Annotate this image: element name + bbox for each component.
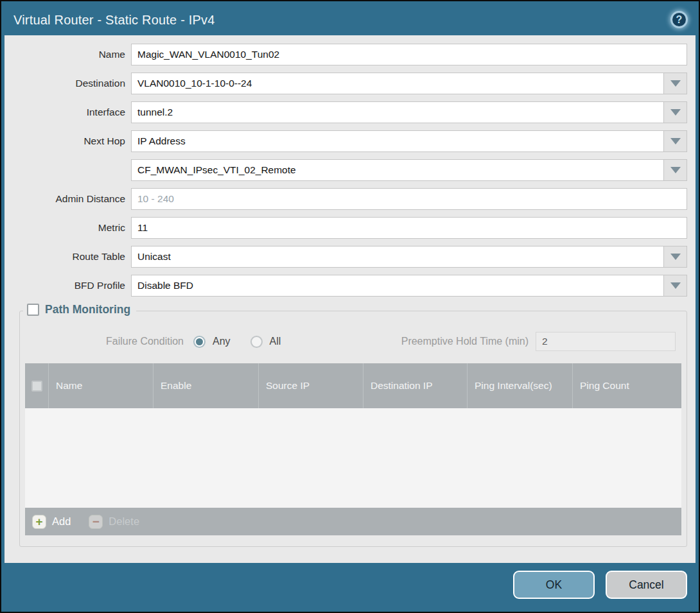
- row-bfd-profile: BFD Profile: [4, 275, 687, 297]
- path-monitoring-checkbox[interactable]: [27, 304, 39, 316]
- radio-all[interactable]: [250, 336, 263, 348]
- table-toolbar: + Add − Delete: [25, 508, 681, 535]
- chevron-down-icon: [670, 109, 681, 116]
- dialog-titlebar: Virtual Router - Static Route - IPv4 ?: [4, 4, 696, 35]
- failure-condition-row: Failure Condition Any All Preemptive Hol…: [25, 332, 681, 351]
- chevron-down-icon: [670, 80, 681, 87]
- failure-condition-all-option[interactable]: All: [250, 336, 281, 348]
- radio-all-label: All: [270, 336, 281, 347]
- radio-any-label: Any: [213, 336, 231, 347]
- column-header-ping-interval: Ping Interval(sec): [467, 363, 572, 408]
- row-metric: Metric: [4, 217, 687, 239]
- help-glyph: ?: [676, 14, 683, 26]
- row-name: Name: [4, 44, 687, 65]
- help-icon[interactable]: ?: [670, 11, 688, 28]
- next-hop-type-input[interactable]: [132, 131, 663, 151]
- destination-field-box: [131, 73, 687, 94]
- static-route-dialog: Virtual Router - Static Route - IPv4 ? N…: [1, 1, 699, 612]
- ok-button[interactable]: OK: [513, 571, 595, 599]
- next-hop-label: Next Hop: [4, 135, 131, 148]
- destination-label: Destination: [4, 77, 131, 90]
- admin-distance-label: Admin Distance: [4, 193, 131, 205]
- name-field-box: [131, 44, 687, 65]
- add-button-label: Add: [52, 515, 71, 528]
- failure-condition-label: Failure Condition: [25, 336, 193, 347]
- select-all-checkbox[interactable]: [31, 381, 42, 392]
- dialog-footer: OK Cancel: [4, 563, 696, 609]
- column-header-ping-count: Ping Count: [572, 363, 681, 408]
- bfd-profile-label: BFD Profile: [4, 279, 131, 292]
- next-hop-address-input[interactable]: [132, 160, 663, 180]
- chevron-down-icon: [670, 282, 681, 289]
- row-interface: Interface: [4, 101, 687, 123]
- delete-button[interactable]: − Delete: [89, 515, 139, 529]
- name-input[interactable]: [132, 44, 687, 65]
- destination-dropdown-button[interactable]: [663, 73, 687, 94]
- bfd-profile-dropdown-button[interactable]: [663, 275, 687, 296]
- next-hop-address-dropdown-button[interactable]: [663, 160, 687, 180]
- dialog-body: Name Destination Interface: [4, 35, 696, 563]
- radio-any[interactable]: [193, 336, 206, 348]
- minus-icon: −: [89, 515, 103, 529]
- column-header-enable: Enable: [153, 363, 258, 408]
- table-header-row: Name Enable Source IP Destination IP Pin…: [25, 363, 681, 408]
- row-destination: Destination: [4, 73, 687, 94]
- radio-selected-dot: [196, 338, 203, 345]
- admin-distance-input[interactable]: [132, 189, 687, 209]
- table-body-empty: [25, 408, 681, 508]
- column-header-destination-ip: Destination IP: [363, 363, 467, 408]
- column-header-source-ip: Source IP: [258, 363, 363, 408]
- destination-input[interactable]: [132, 73, 663, 94]
- row-next-hop-address: [4, 159, 687, 181]
- delete-button-label: Delete: [109, 515, 139, 528]
- metric-label: Metric: [4, 221, 131, 234]
- row-route-table: Route Table: [4, 246, 687, 268]
- bfd-profile-field-box: [131, 275, 687, 297]
- plus-icon: +: [32, 515, 46, 529]
- table-header-checkbox-cell: [25, 363, 48, 408]
- route-table-field-box: [131, 246, 687, 268]
- row-next-hop: Next Hop: [4, 130, 687, 152]
- path-monitoring-title: Path Monitoring: [45, 303, 130, 316]
- chevron-down-icon: [670, 167, 681, 173]
- admin-distance-field-box: [131, 188, 687, 210]
- path-monitoring-legend: Path Monitoring: [23, 303, 136, 316]
- interface-field-box: [131, 101, 687, 123]
- chevron-down-icon: [670, 254, 681, 260]
- next-hop-field-box: [131, 130, 687, 152]
- add-button[interactable]: + Add: [32, 515, 71, 529]
- interface-label: Interface: [4, 106, 131, 119]
- interface-input[interactable]: [132, 102, 663, 123]
- cancel-button[interactable]: Cancel: [606, 571, 687, 599]
- route-table-label: Route Table: [4, 250, 131, 263]
- column-header-name: Name: [48, 363, 153, 408]
- route-table-input[interactable]: [132, 246, 663, 267]
- row-admin-distance: Admin Distance: [4, 188, 687, 210]
- name-label: Name: [4, 48, 131, 61]
- preemptive-hold-time-input[interactable]: [536, 332, 676, 351]
- metric-field-box: [131, 217, 687, 239]
- chevron-down-icon: [670, 138, 681, 144]
- dialog-title: Virtual Router - Static Route - IPv4: [13, 13, 215, 28]
- next-hop-dropdown-button[interactable]: [663, 131, 687, 151]
- preemptive-hold-time-label: Preemptive Hold Time (min): [401, 336, 536, 347]
- path-monitoring-group: Path Monitoring Failure Condition Any Al…: [19, 311, 687, 547]
- route-table-dropdown-button[interactable]: [663, 246, 687, 267]
- path-monitoring-table: Name Enable Source IP Destination IP Pin…: [25, 363, 681, 535]
- bfd-profile-input[interactable]: [132, 275, 663, 296]
- next-hop-address-field-box: [131, 159, 687, 181]
- interface-dropdown-button[interactable]: [663, 102, 687, 123]
- metric-input[interactable]: [132, 218, 687, 238]
- failure-condition-any-option[interactable]: Any: [193, 336, 231, 348]
